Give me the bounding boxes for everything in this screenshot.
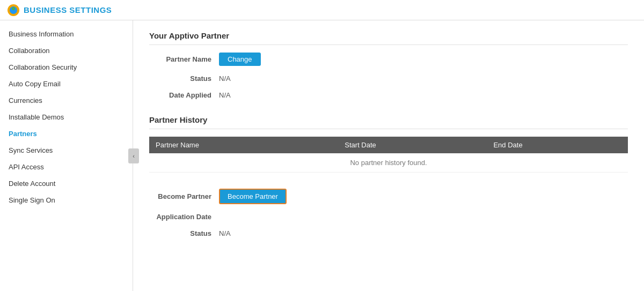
sidebar-item-auto-copy-email[interactable]: Auto Copy Email — [0, 76, 133, 92]
sidebar-item-collaboration-security[interactable]: Collaboration Security — [0, 59, 133, 76]
sidebar-item-sync-services[interactable]: Sync Services — [0, 142, 133, 159]
collapse-icon: ‹ — [133, 153, 135, 159]
sidebar-item-partners[interactable]: Partners — [0, 125, 133, 142]
application-date-label: Application Date — [149, 213, 219, 221]
partner-name-label: Partner Name — [149, 55, 219, 63]
sidebar-item-label: Collaboration Security — [9, 63, 77, 71]
sidebar-item-api-access[interactable]: API Access — [0, 159, 133, 175]
no-data-message: No partner history found. — [149, 153, 628, 173]
main-content: Your Apptivo Partner Partner Name Change… — [133, 20, 644, 291]
app-title: BUSINESS SETTINGS — [24, 5, 112, 14]
become-partner-status-row: Status N/A — [149, 229, 628, 237]
status-label: Status — [149, 74, 219, 83]
status-row: Status N/A — [149, 74, 628, 83]
partner-history-title: Partner History — [149, 115, 628, 129]
become-partner-section: Become Partner Become Partner Applicatio… — [149, 189, 628, 237]
svg-point-2 — [12, 7, 15, 10]
header: BUSINESS SETTINGS — [0, 0, 644, 20]
sidebar-item-label: Partners — [9, 130, 37, 138]
sidebar: Business Information Collaboration Colla… — [0, 20, 133, 291]
become-partner-row: Become Partner Become Partner — [149, 189, 628, 204]
date-applied-row: Date Applied N/A — [149, 91, 628, 99]
sidebar-item-delete-account[interactable]: Delete Account — [0, 175, 133, 192]
become-partner-status-label: Status — [149, 229, 219, 237]
partner-history-table: Partner Name Start Date End Date No part… — [149, 137, 628, 173]
date-applied-value: N/A — [219, 91, 231, 99]
sidebar-collapse-button[interactable]: ‹ — [128, 148, 139, 163]
date-applied-label: Date Applied — [149, 91, 219, 99]
change-button[interactable]: Change — [219, 53, 261, 66]
sidebar-item-label: Business Information — [9, 30, 74, 38]
status-value: N/A — [219, 74, 231, 83]
sidebar-item-single-sign-on[interactable]: Single Sign On — [0, 192, 133, 208]
app-logo — [8, 4, 19, 16]
col-end-date: End Date — [487, 137, 628, 153]
sidebar-item-business-information[interactable]: Business Information — [0, 26, 133, 42]
application-date-row: Application Date — [149, 213, 628, 221]
sidebar-item-label: API Access — [9, 163, 44, 171]
partner-name-row: Partner Name Change — [149, 53, 628, 66]
sidebar-item-currencies[interactable]: Currencies — [0, 92, 133, 109]
become-partner-label: Become Partner — [149, 192, 219, 200]
sidebar-item-label: Sync Services — [9, 146, 53, 154]
your-partner-section: Your Apptivo Partner Partner Name Change… — [149, 31, 628, 99]
become-partner-status-value: N/A — [219, 229, 231, 237]
partner-history-section: Partner History Partner Name Start Date … — [149, 115, 628, 173]
sidebar-item-collaboration[interactable]: Collaboration — [0, 42, 133, 59]
sidebar-item-label: Single Sign On — [9, 196, 55, 204]
table-row-empty: No partner history found. — [149, 153, 628, 173]
col-start-date: Start Date — [338, 137, 487, 153]
sidebar-item-label: Currencies — [9, 96, 42, 105]
sidebar-item-label: Delete Account — [9, 180, 55, 188]
sidebar-item-label: Auto Copy Email — [9, 80, 61, 88]
become-partner-button[interactable]: Become Partner — [219, 189, 287, 204]
table-header-row: Partner Name Start Date End Date — [149, 137, 628, 153]
main-layout: Business Information Collaboration Colla… — [0, 20, 644, 291]
sidebar-item-label: Installable Demos — [9, 113, 64, 121]
your-partner-title: Your Apptivo Partner — [149, 31, 628, 45]
sidebar-item-installable-demos[interactable]: Installable Demos — [0, 109, 133, 125]
col-partner-name: Partner Name — [149, 137, 338, 153]
sidebar-item-label: Collaboration — [9, 47, 50, 55]
